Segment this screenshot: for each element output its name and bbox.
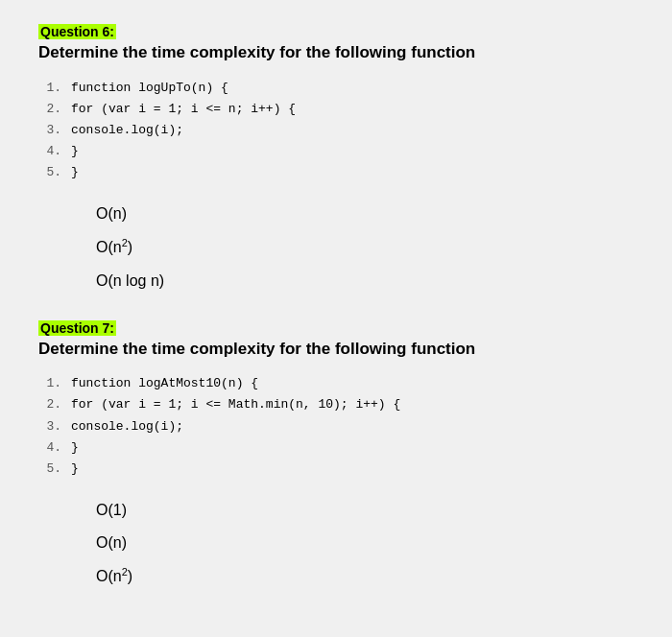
line-num-q6-0: 1. [38,78,61,99]
answer-option-q6-0[interactable]: O(n) [96,202,634,225]
line-content-q7-4: } [71,459,79,480]
line-content-q6-2: console.log(i); [71,120,183,141]
line-content-q7-0: function logAtMost10(n) { [71,373,258,394]
page-container: Question 6:Determine the time complexity… [0,0,672,637]
question-title-q6: Determine the time complexity for the fo… [38,41,634,64]
code-block-q6: 1.function logUpTo(n) {2. for (var i = 1… [38,78,634,183]
line-num-q6-1: 2. [38,99,61,120]
line-num-q7-1: 2. [38,394,61,415]
line-content-q6-3: } [71,141,79,162]
code-line-q6-0: 1.function logUpTo(n) { [38,78,634,99]
question-title-q7: Determine the time complexity for the fo… [38,338,634,361]
line-content-q6-1: for (var i = 1; i <= n; i++) { [71,99,296,120]
line-content-q7-2: console.log(i); [71,416,183,437]
line-num-q7-0: 1. [38,373,61,394]
line-content-q7-3: } [71,437,79,459]
line-num-q6-4: 5. [38,162,61,183]
line-content-q7-1: for (var i = 1; i <= Math.min(n, 10); i+… [71,394,400,415]
answer-option-q7-0[interactable]: O(1) [96,499,634,522]
code-line-q7-2: 3. console.log(i); [38,416,634,437]
line-num-q7-4: 5. [38,459,61,480]
question-label-q6: Question 6: [38,24,116,39]
question-label-q7: Question 7: [38,320,116,336]
code-line-q7-3: 4. } [38,437,634,459]
line-num-q6-2: 3. [38,120,61,141]
code-line-q6-4: 5.} [38,162,634,183]
code-line-q7-1: 2. for (var i = 1; i <= Math.min(n, 10);… [38,394,634,415]
code-line-q6-3: 4. } [38,141,634,162]
line-num-q6-3: 4. [38,141,61,162]
answer-option-q6-2[interactable]: O(n log n) [96,270,634,293]
code-line-q6-1: 2. for (var i = 1; i <= n; i++) { [38,99,634,120]
line-num-q7-2: 3. [38,416,61,437]
answer-option-q7-2[interactable]: O(n2) [96,564,634,588]
line-content-q6-0: function logUpTo(n) { [71,78,228,99]
line-num-q7-3: 4. [38,437,61,459]
code-line-q7-4: 5.} [38,459,634,480]
code-block-q7: 1.function logAtMost10(n) {2. for (var i… [38,373,634,479]
line-content-q6-4: } [71,162,79,183]
question-block-q7: Question 7:Determine the time complexity… [38,319,634,589]
answer-option-q7-1[interactable]: O(n) [96,531,634,554]
code-line-q6-2: 3. console.log(i); [38,120,634,141]
answers-block-q7: O(1)O(n)O(n2) [96,499,634,588]
answer-option-q6-1[interactable]: O(n2) [96,235,634,259]
code-line-q7-0: 1.function logAtMost10(n) { [38,373,634,394]
answers-block-q6: O(n)O(n2)O(n log n) [96,202,634,292]
question-block-q6: Question 6:Determine the time complexity… [38,23,634,293]
